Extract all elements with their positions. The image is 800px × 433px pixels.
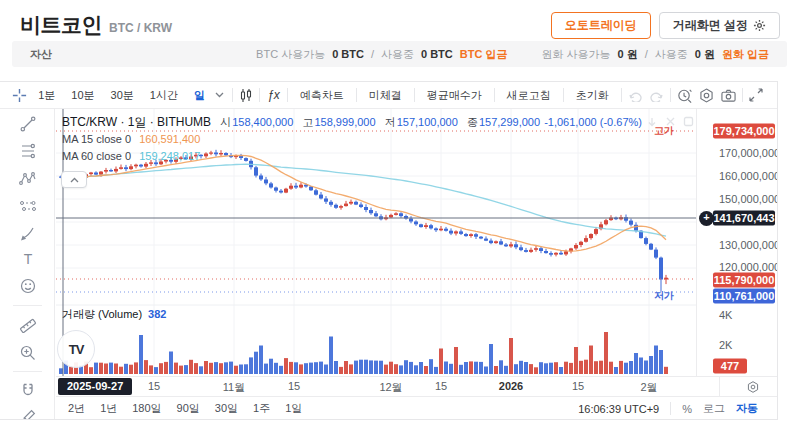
indicators-fx-button[interactable]: ƒx	[262, 85, 284, 105]
toolbar-button[interactable]: 미체결	[359, 88, 412, 103]
price-axis-box: 115,790,000	[713, 273, 775, 288]
btc-deposit-link[interactable]: BTC 입금	[460, 47, 508, 62]
timeframe-30분[interactable]: 30분	[103, 88, 142, 103]
redo-icon[interactable]	[646, 85, 668, 105]
btc-inuse-label: 사용중	[381, 47, 414, 62]
percent-scale-button[interactable]: %	[682, 403, 692, 415]
time-tick: 2월	[640, 380, 657, 395]
autotrading-button[interactable]: 오토트레이딩	[551, 12, 651, 39]
price-axis-box: 110,761,000	[713, 289, 775, 304]
chart-settings-button[interactable]	[695, 85, 717, 105]
collapse-chevron-button[interactable]	[61, 171, 87, 188]
legend-close-label: 종	[467, 116, 478, 128]
btc-available-value: 0 BTC	[332, 48, 364, 60]
legend-ma15-row: MA 15 close 0 160,591,400	[62, 131, 642, 148]
log-scale-button[interactable]: 로그	[703, 401, 725, 416]
range-buttons: 2년1년180일90일30일1주1일	[68, 401, 317, 416]
time-tick: 15	[435, 380, 447, 392]
xabcd-pattern-tool[interactable]	[17, 168, 39, 190]
price-axis-box: 477	[713, 359, 747, 374]
fullscreen-button[interactable]	[745, 85, 767, 105]
time-axis-gear-icon[interactable]	[746, 380, 760, 394]
legend-ma60-label: MA 60 close 0	[62, 150, 131, 162]
chart-toolbar: 1분10분30분1시간일 ƒx 예측차트미체결평균매수가새로고침초기화	[0, 82, 777, 109]
time-axis[interactable]: 2025-09-27 1511월1512월152026152월	[56, 376, 778, 396]
price-axis-label: 4K	[719, 309, 732, 321]
screen-settings-button[interactable]: 거래화면 설정	[659, 12, 780, 39]
emoji-tool[interactable]	[17, 275, 39, 297]
legend-change-value: -1,061,000 (-0.67%)	[544, 116, 642, 128]
range-1년[interactable]: 1년	[100, 401, 117, 416]
legend-high-value: 158,999,000	[314, 116, 375, 128]
chart-plot-area[interactable]: BTC/KRW · 1일 · BITHUMB 시158,400,000 고158…	[56, 109, 778, 376]
timeframe-일[interactable]: 일	[186, 88, 208, 103]
price-axis[interactable]: 179,734,000170,000,000160,000,000150,000…	[696, 109, 778, 376]
krw-available-label: 원화 사용가능	[541, 47, 610, 62]
btc-available-label: BTC 사용가능	[256, 47, 325, 62]
time-tick: 15	[572, 380, 584, 392]
price-axis-label: 120,000,000	[719, 261, 778, 273]
price-axis-box: 141,670,443+	[713, 211, 775, 226]
timeframe-1분[interactable]: 1분	[30, 88, 63, 103]
text-tool[interactable]: T	[17, 248, 39, 270]
toolbar-button[interactable]: 새로고침	[497, 88, 561, 103]
trend-line-tool[interactable]	[17, 113, 39, 135]
brush-tool[interactable]	[17, 222, 39, 244]
range-2년[interactable]: 2년	[68, 401, 85, 416]
range-bar: 2년1년180일90일30일1주1일 16:06:39 UTC+9 % 로그 자…	[56, 396, 778, 420]
btc-balance-group: BTC 사용가능 0 BTC / 사용중 0 BTC BTC 입금	[256, 47, 507, 62]
timeframe-1시간[interactable]: 1시간	[142, 88, 186, 103]
high-price-tag: 고가	[654, 124, 674, 138]
range-30일[interactable]: 30일	[215, 401, 238, 416]
crosshair-plus-icon[interactable]: +	[699, 211, 714, 226]
legend-ma15-label: MA 15 close 0	[62, 133, 131, 145]
toolbar-button[interactable]: 초기화	[566, 88, 619, 103]
page-header: 비트코인 BTC / KRW 오토트레이딩 거래화면 설정	[0, 0, 800, 40]
price-axis-label: 170,000,000	[719, 147, 778, 159]
pencil-tool[interactable]	[17, 406, 39, 420]
time-tick: 2026	[499, 380, 523, 392]
chevron-down-icon[interactable]	[208, 85, 230, 105]
time-tick: 12월	[379, 380, 402, 395]
range-1일[interactable]: 1일	[285, 401, 302, 416]
drawing-tools-sidebar: T	[0, 109, 55, 419]
range-1주[interactable]: 1주	[253, 401, 270, 416]
legend-ma60-row: MA 60 close 0 159,248,017	[62, 148, 642, 165]
legend-open-value: 158,400,000	[232, 116, 293, 128]
tradingview-logo[interactable]: TV	[57, 330, 95, 368]
auto-scale-button[interactable]: 자동	[736, 401, 758, 416]
magnet-tool[interactable]	[17, 380, 39, 402]
volume-label: 거래량 (Volume)	[62, 308, 142, 320]
price-axis-label: 2K	[719, 339, 732, 351]
krw-inuse-value: 0 원	[695, 47, 715, 62]
timeframe-group: 1분10분30분1시간일	[30, 88, 208, 103]
zoom-in-tool[interactable]	[17, 342, 39, 364]
crosshair-mode-button[interactable]	[8, 85, 30, 105]
projection-tool[interactable]	[17, 195, 39, 217]
coin-title: 비트코인	[20, 11, 102, 39]
timeframe-10분[interactable]: 10분	[63, 88, 102, 103]
range-180일[interactable]: 180일	[132, 401, 161, 416]
toolbar-button[interactable]: 예측차트	[290, 88, 354, 103]
fib-retracement-tool[interactable]	[17, 140, 39, 162]
clock-utc[interactable]: 16:06:39 UTC+9	[578, 403, 659, 415]
asset-label: 자산	[30, 47, 52, 62]
toolbar-button[interactable]: 평균매수가	[417, 88, 492, 103]
krw-inuse-label: 사용중	[655, 47, 688, 62]
bithumb-trading-page: 비트코인 BTC / KRW 오토트레이딩 거래화면 설정 자산 BTC 사용가…	[0, 0, 800, 433]
snapshot-camera-button[interactable]	[718, 85, 740, 105]
candle-style-button[interactable]	[235, 85, 257, 105]
price-axis-label: 150,000,000	[719, 193, 778, 205]
toolbar-text-buttons: 예측차트미체결평균매수가새로고침초기화	[285, 88, 619, 103]
btc-inuse-value: 0 BTC	[421, 48, 453, 60]
chart-legend: BTC/KRW · 1일 · BITHUMB 시158,400,000 고158…	[62, 114, 642, 165]
undo-icon[interactable]	[624, 85, 646, 105]
krw-deposit-link[interactable]: 원화 입금	[722, 47, 769, 62]
pane-maximize-icon[interactable]	[683, 116, 694, 128]
alert-clock-button[interactable]	[673, 85, 695, 105]
range-90일[interactable]: 90일	[177, 401, 200, 416]
legend-ma60-value: 159,248,017	[139, 150, 200, 162]
legend-ma15-value: 160,591,400	[139, 133, 200, 145]
ruler-tool[interactable]	[17, 315, 39, 337]
chart-widget: 1분10분30분1시간일 ƒx 예측차트미체결평균매수가새로고침초기화	[0, 81, 778, 420]
